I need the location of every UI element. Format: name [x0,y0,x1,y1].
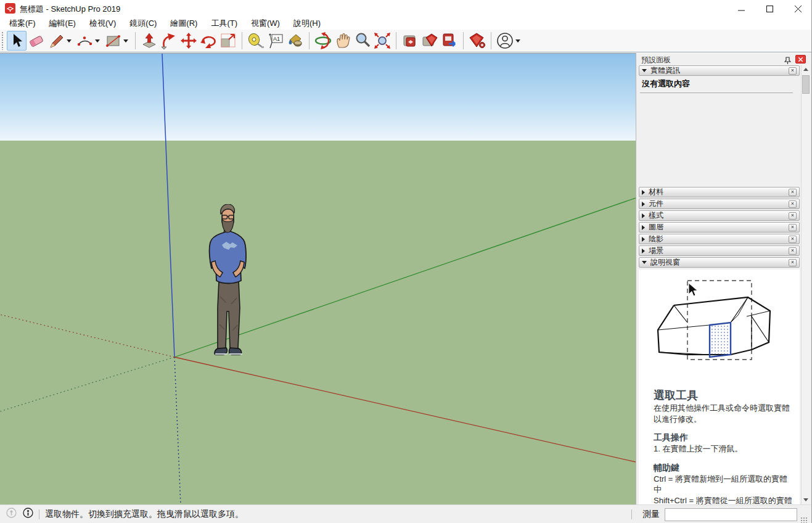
paint-bucket-tool-button[interactable] [285,31,305,51]
resize-grip[interactable] [800,516,807,523]
select-tool-button[interactable] [7,31,27,51]
zoom-extents-icon [373,31,392,50]
account-dropdown[interactable] [515,39,520,43]
arc-tool-dropdown[interactable] [95,39,100,43]
green-axis-dotted [0,357,174,411]
scale-figure-person[interactable] [202,204,253,357]
materials-close-button[interactable]: × [789,189,797,196]
chevron-right-icon [642,237,645,242]
push-pull-icon [140,31,158,50]
move-icon [179,31,198,50]
eraser-tool-button[interactable] [27,31,46,51]
components-header[interactable]: 元件 × [639,199,800,209]
blue-axis-dotted [174,357,181,504]
pan-hand-icon [334,31,352,50]
instructor-illustration [649,276,790,384]
close-button[interactable] [784,0,812,17]
text-tool-button[interactable]: A1 [266,31,285,51]
line-tool-dropdown[interactable] [67,39,72,43]
line-tool-button[interactable] [46,31,66,51]
instructor-close-button[interactable]: × [789,259,797,266]
extension-manager-button[interactable] [467,31,487,51]
menu-draw[interactable]: 繪圖(R) [163,17,204,30]
rectangle-icon [104,32,121,49]
shadows-header[interactable]: 陰影 × [639,234,800,244]
zoom-tool-button[interactable] [353,31,372,51]
push-pull-tool-button[interactable] [139,31,159,51]
geolocation-status-icon[interactable] [6,508,17,521]
menu-tools[interactable]: 工具(T) [204,17,244,30]
extension-warehouse-button[interactable] [420,31,440,51]
maximize-button[interactable] [755,0,784,17]
rectangle-tool-button[interactable] [103,31,123,51]
paint-bucket-icon [286,31,305,50]
red-axis-dotted [0,315,174,357]
measurements-input[interactable] [665,508,797,521]
instructor-header[interactable]: 說明視窗 × [639,257,800,268]
zoom-extents-tool-button[interactable] [372,31,392,51]
components-close-button[interactable]: × [789,200,797,208]
title-bar: 無標題 - SketchUp Pro 2019 [0,0,812,17]
rotate-icon [199,31,218,50]
move-tool-button[interactable] [179,31,199,51]
status-message: 選取物件。切換到擴充選取。拖曳滑鼠以選取多項。 [45,509,244,520]
menu-window[interactable]: 視窗(W) [244,17,287,30]
statusbar-separator [39,509,39,519]
panel-scrollbar[interactable] [801,65,810,504]
entity-info-empty-text: 沒有選取內容 [642,78,690,89]
tape-measure-icon [247,31,265,50]
cursor-arrow-icon [689,283,697,296]
3d-warehouse-icon [401,31,419,50]
arc-tool-button[interactable] [75,31,94,51]
scenes-header[interactable]: 場景 × [639,245,800,256]
sketchup-window: 無標題 - SketchUp Pro 2019 檔案(F) 編輯(E) 檢視(V… [0,0,812,523]
rectangle-tool-dropdown[interactable] [123,39,128,43]
blue-axis-solid [162,54,174,357]
send-to-layout-button[interactable] [440,31,459,51]
menu-edit[interactable]: 編輯(E) [43,17,83,30]
chevron-right-icon [642,225,645,230]
pan-tool-button[interactable] [333,31,353,51]
layers-header[interactable]: 圖層 × [639,222,800,233]
entity-info-close-button[interactable]: × [789,67,797,75]
scroll-down-arrow[interactable] [802,495,810,504]
instructor-label: 說明視窗 [650,257,789,268]
orbit-tool-button[interactable] [313,31,333,51]
tape-measure-tool-button[interactable] [246,31,266,51]
menu-file[interactable]: 檔案(F) [2,17,43,30]
magnifier-icon [353,31,372,50]
styles-close-button[interactable]: × [789,212,797,220]
tray-title: 預設面板 [641,55,671,65]
rotate-tool-button[interactable] [199,31,218,51]
tray-close-button[interactable] [795,55,806,64]
chevron-down-icon [642,69,647,72]
credit-status-icon[interactable] [23,508,33,521]
scrollbar-thumb[interactable] [802,75,810,94]
sketchup-logo-icon [5,3,15,14]
layers-close-button[interactable]: × [789,224,797,231]
styles-header[interactable]: 樣式 × [639,210,800,221]
instructor-operation-step: 1. 在實體上按一下滑鼠。 [654,443,792,455]
instructor-modifier-heading: 輔助鍵 [654,463,792,474]
menu-view[interactable]: 檢視(V) [83,17,123,30]
entity-info-header[interactable]: 實體資訊 × [639,65,800,76]
shadows-close-button[interactable]: × [789,236,797,243]
follow-me-tool-button[interactable] [159,31,179,51]
scenes-close-button[interactable]: × [789,247,797,255]
shadows-label: 陰影 [649,234,789,244]
modeling-viewport[interactable] [0,53,636,504]
eraser-icon [28,32,45,49]
scenes-label: 場景 [649,245,789,256]
scale-tool-button[interactable] [218,31,238,51]
toolbar-drag-handle[interactable] [1,31,4,50]
3d-warehouse-button[interactable] [400,31,420,51]
account-button[interactable] [495,31,515,51]
entity-info-label: 實體資訊 [650,65,789,76]
materials-header[interactable]: 材料 × [639,187,800,197]
menu-help[interactable]: 說明(H) [287,17,327,30]
cursor-arrow-icon [8,32,25,49]
toolbar-separator [242,32,242,49]
scroll-up-arrow[interactable] [802,65,810,74]
menu-camera[interactable]: 鏡頭(C) [123,17,163,30]
minimize-button[interactable] [727,0,755,17]
